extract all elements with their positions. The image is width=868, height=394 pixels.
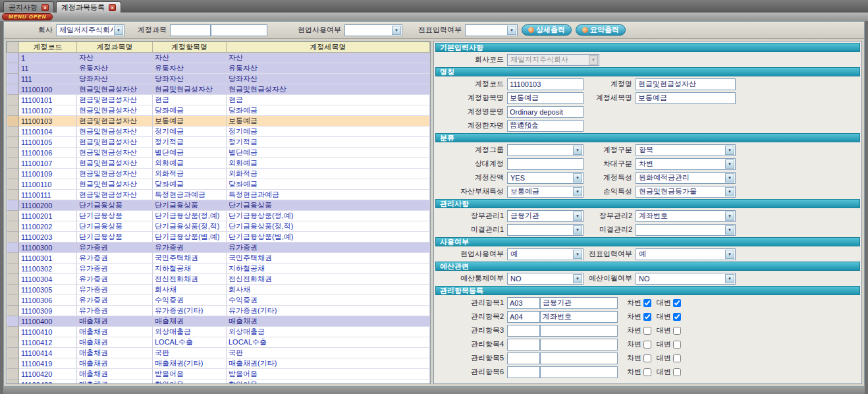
cell-account-detail[interactable]: 단기금융상품 <box>227 200 430 211</box>
debit-checkbox[interactable] <box>643 354 651 362</box>
row-indicator[interactable] <box>7 327 19 337</box>
account-balance-select[interactable]: YES <box>507 172 583 184</box>
cell-account-item[interactable]: 전신전화채권 <box>153 274 227 285</box>
cell-account-item[interactable]: 회사채 <box>153 285 227 295</box>
menu-open-button[interactable]: MENU OPEN <box>2 13 53 20</box>
mgmt-item-name-input[interactable] <box>540 297 618 309</box>
table-row[interactable]: 11100420 매출채권 받을어음 받을어음 <box>7 369 430 380</box>
table-row[interactable]: 11100300 유가증권 유가증권 유가증권 <box>7 242 430 253</box>
cell-account-code[interactable]: 11100202 <box>19 221 77 232</box>
cell-account-subject[interactable]: 유가증권 <box>77 253 153 264</box>
cell-account-item[interactable]: 국판 <box>153 348 227 358</box>
row-indicator[interactable] <box>7 380 19 385</box>
table-row[interactable]: 11100102 현금및현금성자산 당좌예금 당좌예금 <box>7 105 430 116</box>
table-row[interactable]: 11100104 현금및현금성자산 정기예금 정기예금 <box>7 127 430 137</box>
table-row[interactable]: 11100110 현금및현금성자산 당좌예금 당좌예금 <box>7 179 430 190</box>
cell-account-subject[interactable]: 유동자산 <box>77 63 153 74</box>
credit-checkbox[interactable] <box>673 341 681 349</box>
col-header-subject[interactable]: 계정과목명 <box>77 42 153 53</box>
pending-manage1-select[interactable] <box>507 224 583 236</box>
cell-account-code[interactable]: 11 <box>19 63 77 74</box>
cell-account-subject[interactable]: 현금및현금성자산 <box>77 148 153 158</box>
cell-account-detail[interactable]: 단기금융상품(정,적) <box>227 221 430 232</box>
cell-account-item[interactable]: 매출채권 <box>153 316 227 327</box>
table-row[interactable]: 11100202 단기금융상품 단기금융상품(정,적) 단기금융상품(정,적) <box>7 221 430 232</box>
cell-account-code[interactable]: 11100109 <box>19 169 77 179</box>
cell-account-item[interactable]: 단기금융상품(별,예) <box>153 232 227 242</box>
account-name-field[interactable] <box>636 78 736 90</box>
table-row[interactable]: 11100414 매출채권 국판 국판 <box>7 348 430 358</box>
cell-account-item[interactable]: 당좌예금 <box>153 105 227 116</box>
mgmt-item-name-input[interactable] <box>540 339 618 351</box>
cell-account-subject[interactable]: 유가증권 <box>77 242 153 253</box>
table-row[interactable]: 11100109 현금및현금성자산 외화적금 외화적금 <box>7 169 430 179</box>
cell-account-subject[interactable]: 유가증권 <box>77 295 153 306</box>
cell-account-item[interactable]: 수익증권 <box>153 295 227 306</box>
cell-account-code[interactable]: 11100107 <box>19 158 77 169</box>
table-row[interactable]: 11100306 유가증권 수익증권 수익증권 <box>7 295 430 306</box>
cell-account-code[interactable]: 11100102 <box>19 105 77 116</box>
cell-account-item[interactable]: 특정현금과예금 <box>153 190 227 200</box>
credit-checkbox[interactable] <box>673 313 681 321</box>
cell-account-item[interactable]: 보통예금 <box>153 116 227 127</box>
cell-account-subject[interactable]: 매출채권 <box>77 369 153 380</box>
cell-account-code[interactable]: 11100309 <box>19 306 77 316</box>
voucher-entry-select[interactable]: 예 <box>636 248 736 260</box>
cell-account-item[interactable]: 외화적금 <box>153 169 227 179</box>
row-indicator[interactable] <box>7 148 19 158</box>
mgmt-item-name-input[interactable] <box>540 311 618 323</box>
row-indicator[interactable] <box>7 232 19 242</box>
table-row[interactable]: 11100103 현금및현금성자산 보통예금 보통예금 <box>7 116 430 127</box>
cell-account-code[interactable]: 11100301 <box>19 253 77 264</box>
cell-account-code[interactable]: 11100110 <box>19 179 77 190</box>
cell-account-code[interactable]: 11100203 <box>19 232 77 242</box>
cell-account-subject[interactable]: 현금및현금성자산 <box>77 137 153 148</box>
cell-account-subject[interactable]: 유가증권 <box>77 274 153 285</box>
cell-account-detail[interactable]: 당좌예금 <box>227 179 430 190</box>
table-row[interactable]: 11100419 매출채권 매출채권(기타) 매출채권(기타) <box>7 358 430 369</box>
col-header-code[interactable]: 계정코드 <box>19 42 77 53</box>
cell-account-detail[interactable]: LOCAL수출 <box>227 337 430 348</box>
cell-account-subject[interactable]: 매출채권 <box>77 327 153 337</box>
cell-account-subject[interactable]: 현금및현금성자산 <box>77 169 153 179</box>
row-indicator[interactable] <box>7 358 19 369</box>
table-row[interactable]: 11 유동자산 유동자산 유동자산 <box>7 63 430 74</box>
cell-account-subject[interactable]: 매출채권 <box>77 380 153 385</box>
cell-account-detail[interactable]: 보통예금 <box>227 116 430 127</box>
cell-account-detail[interactable]: 단기금융상품(정,예) <box>227 211 430 221</box>
cell-account-item[interactable]: 지하철공채 <box>153 264 227 274</box>
account-item-field[interactable] <box>507 92 583 104</box>
cell-account-code[interactable]: 11100100 <box>19 84 77 95</box>
cell-account-subject[interactable]: 당좌자산 <box>77 74 153 84</box>
row-indicator[interactable] <box>7 285 19 295</box>
row-indicator[interactable] <box>7 253 19 264</box>
mgmt-item-code-input[interactable] <box>507 352 540 364</box>
cell-account-item[interactable]: 당좌예금 <box>153 179 227 190</box>
cell-account-code[interactable]: 1 <box>19 53 77 63</box>
table-row[interactable]: 11100111 현금및현금성자산 특정현금과예금 특정현금과예금 <box>7 190 430 200</box>
cell-account-code[interactable]: 11100101 <box>19 95 77 105</box>
cell-account-subject[interactable]: 현금및현금성자산 <box>77 116 153 127</box>
row-indicator[interactable] <box>7 116 19 127</box>
table-row[interactable]: 11100400 매출채권 매출채권 매출채권 <box>7 316 430 327</box>
cell-account-detail[interactable]: 당좌예금 <box>227 105 430 116</box>
row-indicator[interactable] <box>7 84 19 95</box>
asset-liability-trait-select[interactable]: 보통예금 <box>507 186 583 198</box>
cell-account-detail[interactable]: 특정현금과예금 <box>227 190 430 200</box>
cell-account-subject[interactable]: 유가증권 <box>77 264 153 274</box>
row-indicator[interactable] <box>7 211 19 221</box>
cell-account-detail[interactable]: 수익증권 <box>227 295 430 306</box>
row-indicator[interactable] <box>7 274 19 285</box>
pending-manage2-select[interactable] <box>636 224 736 236</box>
cell-account-code[interactable]: 11100422 <box>19 380 77 385</box>
cell-account-detail[interactable]: 회사채 <box>227 285 430 295</box>
close-icon[interactable]: x <box>41 4 49 11</box>
cell-account-code[interactable]: 11100419 <box>19 358 77 369</box>
cell-account-code[interactable]: 11100304 <box>19 274 77 285</box>
account-group-select[interactable] <box>507 144 583 156</box>
debit-checkbox[interactable] <box>643 327 651 335</box>
counter-account-field[interactable] <box>507 158 583 170</box>
account-code-input[interactable] <box>170 24 211 36</box>
cell-account-item[interactable]: 받을어음 <box>153 369 227 380</box>
account-english-field[interactable] <box>507 106 583 118</box>
